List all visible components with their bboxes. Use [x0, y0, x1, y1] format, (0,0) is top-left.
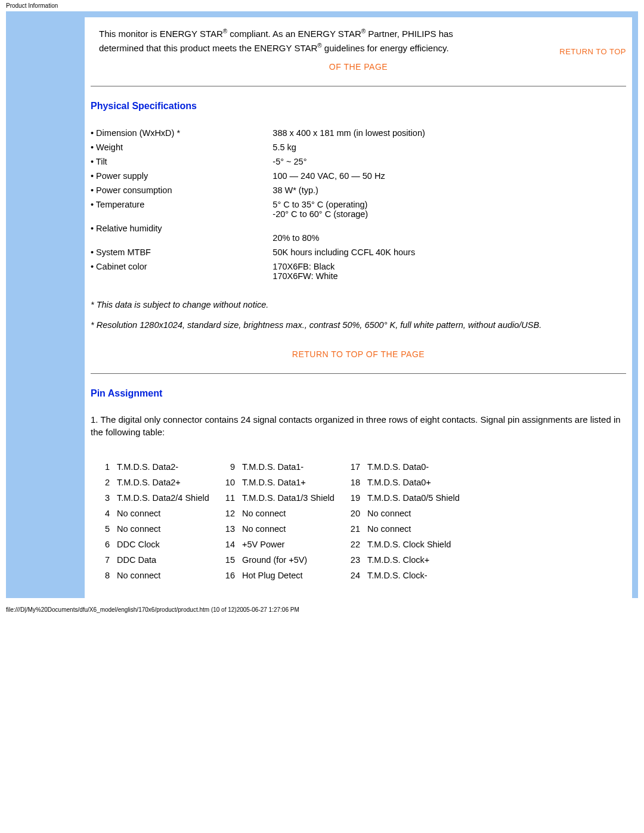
pin-signal: T.M.D.S. Data0/5 Shield: [367, 493, 469, 503]
footer-file-path: file:///D|/My%20Documents/dfu/X6_model/e…: [0, 598, 644, 617]
pin-number: 19: [343, 493, 367, 503]
pin-number: 7: [99, 555, 117, 565]
reg-mark-icon: ®: [361, 28, 366, 35]
pin-number: 15: [218, 555, 242, 565]
pin-signal: T.M.D.S. Data2-: [117, 462, 218, 472]
pin-number: 6: [99, 540, 117, 549]
pin-signal: T.M.D.S. Data2/4 Shield: [117, 493, 218, 503]
pin-number: 24: [343, 571, 367, 580]
intro-line2b: guidelines for energy efficiency.: [322, 43, 449, 53]
pin-number: 18: [343, 478, 367, 487]
pin-signal: T.M.D.S. Data1-: [242, 462, 343, 472]
return-to-top-link[interactable]: RETURN TO TOP: [559, 46, 626, 58]
footnotes: * This data is subject to change without…: [91, 299, 626, 332]
pin-number: 4: [99, 509, 117, 518]
spec-value: 100 — 240 VAC, 60 — 50 Hz: [273, 169, 626, 183]
intro-line1a: This monitor is ENERGY STAR: [99, 29, 223, 39]
spec-label: • Temperature: [91, 197, 273, 221]
pin-number: 21: [343, 524, 367, 534]
spec-label: • Weight: [91, 140, 273, 154]
pin-signal: T.M.D.S. Data1/3 Shield: [242, 493, 343, 503]
pin-number: 8: [99, 571, 117, 580]
spec-label: • Power supply: [91, 169, 273, 183]
pin-signal: T.M.D.S. Clock+: [367, 555, 469, 565]
physical-specs-table: • Dimension (WxHxD) *388 x 400 x 181 mm …: [91, 126, 626, 283]
pin-signal: No connect: [117, 571, 218, 580]
spec-value: 38 W* (typ.): [273, 183, 626, 197]
pin-signal: T.M.D.S. Data2+: [117, 478, 218, 487]
of-the-page-link[interactable]: OF THE PAGE: [91, 62, 626, 72]
spec-label: • Tilt: [91, 154, 273, 169]
intro-line1c: Partner, PHILIPS has: [366, 29, 453, 39]
pin-signal: No connect: [367, 524, 469, 534]
spec-value: 388 x 400 x 181 mm (in lowest position): [273, 126, 626, 140]
pin-number: 22: [343, 540, 367, 549]
pin-signal: No connect: [242, 509, 343, 518]
divider: [91, 86, 626, 86]
pin-signal: No connect: [117, 509, 218, 518]
spec-value: 5.5 kg: [273, 140, 626, 154]
pin-assignment-grid: 1T.M.D.S. Data2-9T.M.D.S. Data1-17T.M.D.…: [99, 462, 618, 580]
spec-value: 50K hours including CCFL 40K hours: [273, 245, 626, 259]
pin-signal: T.M.D.S. Clock-: [367, 571, 469, 580]
table-row: • Relative humidity 20% to 80%: [91, 221, 626, 245]
spec-label: • Dimension (WxHxD) *: [91, 126, 273, 140]
pin-number: 1: [99, 462, 117, 472]
spec-label: • Power consumption: [91, 183, 273, 197]
footnote-2: * Resolution 1280x1024, standard size, b…: [91, 319, 626, 331]
section-title-physical: Physical Specifications: [91, 101, 626, 112]
pin-number: 16: [218, 571, 242, 580]
page-header-text: Product Information: [0, 0, 644, 11]
energy-star-intro: This monitor is ENERGY STAR® compliant. …: [91, 17, 626, 60]
pin-number: 17: [343, 462, 367, 472]
table-row: • System MTBF50K hours including CCFL 40…: [91, 245, 626, 259]
table-row: • Power supply100 — 240 VAC, 60 — 50 Hz: [91, 169, 626, 183]
spec-value: 20% to 80%: [273, 221, 626, 245]
pin-signal: Hot Plug Detect: [242, 571, 343, 580]
sidebar-placeholder: [6, 11, 85, 598]
table-row: • Dimension (WxHxD) *388 x 400 x 181 mm …: [91, 126, 626, 140]
pin-number: 13: [218, 524, 242, 534]
intro-line1b: compliant. As an ENERGY STAR: [227, 29, 361, 39]
footnote-1: * This data is subject to change without…: [91, 299, 626, 311]
spec-value: 170X6FB: Black 170X6FW: White: [273, 259, 626, 283]
pin-signal: T.M.D.S. Data1+: [242, 478, 343, 487]
pin-number: 23: [343, 555, 367, 565]
pin-number: 12: [218, 509, 242, 518]
spec-value: -5° ~ 25°: [273, 154, 626, 169]
table-row: • Cabinet color170X6FB: Black 170X6FW: W…: [91, 259, 626, 283]
reg-mark-icon: ®: [317, 42, 321, 49]
pin-number: 11: [218, 493, 242, 503]
pin-assignment-intro: 1. The digital only connector contains 2…: [91, 413, 626, 438]
pin-signal: DDC Data: [117, 555, 218, 565]
divider: [91, 373, 626, 374]
pin-signal: Ground (for +5V): [242, 555, 343, 565]
pin-signal: No connect: [367, 509, 469, 518]
pin-signal: T.M.D.S. Data0-: [367, 462, 469, 472]
pin-number: 5: [99, 524, 117, 534]
table-row: • Power consumption38 W* (typ.): [91, 183, 626, 197]
spec-value: 5° C to 35° C (operating) -20° C to 60° …: [273, 197, 626, 221]
pin-signal: No connect: [242, 524, 343, 534]
pin-number: 20: [343, 509, 367, 518]
pin-signal: DDC Clock: [117, 540, 218, 549]
pin-table-wrap: 1T.M.D.S. Data2-9T.M.D.S. Data1-17T.M.D.…: [91, 462, 626, 580]
spec-label: • System MTBF: [91, 245, 273, 259]
intro-line2a: determined that this product meets the E…: [99, 43, 317, 53]
pin-signal: No connect: [117, 524, 218, 534]
spec-label: • Cabinet color: [91, 259, 273, 283]
pin-number: 10: [218, 478, 242, 487]
main-content: This monitor is ENERGY STAR® compliant. …: [85, 11, 638, 598]
pin-number: 9: [218, 462, 242, 472]
page-outer: This monitor is ENERGY STAR® compliant. …: [6, 11, 638, 598]
pin-signal: T.M.D.S. Data0+: [367, 478, 469, 487]
pin-number: 2: [99, 478, 117, 487]
pin-signal: T.M.D.S. Clock Shield: [367, 540, 469, 549]
spec-label: • Relative humidity: [91, 221, 273, 245]
table-row: • Temperature5° C to 35° C (operating) -…: [91, 197, 626, 221]
table-row: • Tilt-5° ~ 25°: [91, 154, 626, 169]
pin-signal: +5V Power: [242, 540, 343, 549]
return-to-top-link[interactable]: RETURN TO TOP OF THE PAGE: [91, 349, 626, 359]
pin-number: 14: [218, 540, 242, 549]
table-row: • Weight5.5 kg: [91, 140, 626, 154]
